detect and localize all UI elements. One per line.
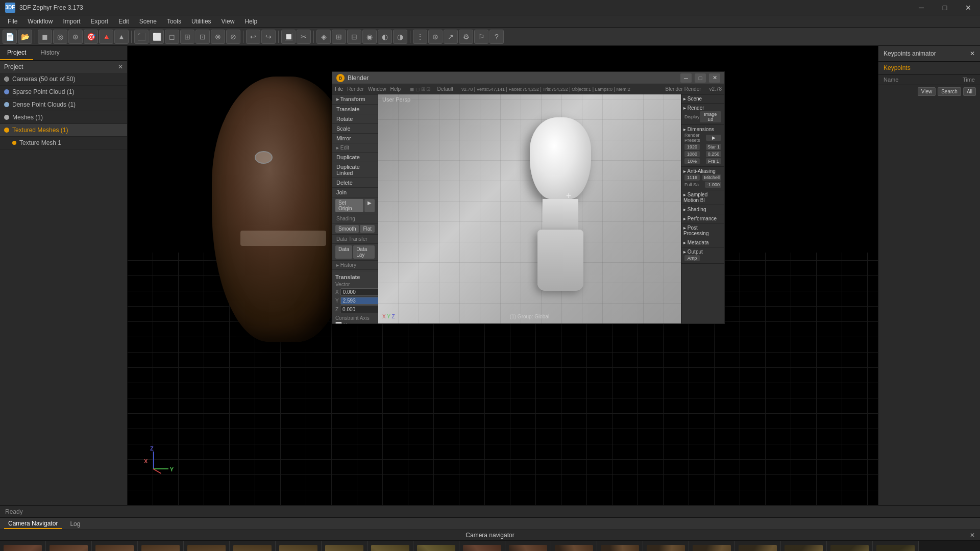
rp-postprocessing-header[interactable]: ▸ Post Processing: [683, 225, 722, 236]
tree-texture-mesh-1[interactable]: Texture Mesh 1: [0, 137, 127, 149]
menu-item-view[interactable]: View: [216, 17, 240, 26]
keypoints-search-btn[interactable]: Search: [938, 87, 961, 96]
panel-close-button[interactable]: ✕: [118, 63, 123, 70]
ctx-set-origin-arrow[interactable]: ▶: [364, 199, 375, 212]
rp-motion-header[interactable]: ▸ Sampled Motion Bl: [683, 192, 722, 203]
view-btn-4[interactable]: ◉: [362, 30, 377, 44]
keypoints-all-btn[interactable]: All: [963, 87, 976, 96]
ctx-set-origin-btn[interactable]: Set Origin: [335, 199, 363, 212]
workflow-btn-4[interactable]: 🎯: [84, 30, 98, 44]
ctx-smooth-btn[interactable]: Smooth: [335, 225, 359, 233]
cx-x-input[interactable]: [335, 322, 342, 323]
view-btn-3[interactable]: ⊟: [347, 30, 361, 44]
cam-thumb-7[interactable]: [276, 541, 322, 551]
menu-item-help[interactable]: Help: [239, 17, 262, 26]
ctx-rotate[interactable]: Rotate: [332, 114, 378, 124]
blender-close[interactable]: ✕: [709, 73, 720, 83]
cam-thumb-2[interactable]: [46, 541, 92, 551]
select-btn-2[interactable]: ✂: [297, 30, 311, 44]
nav-btn-1[interactable]: ↩: [246, 30, 260, 44]
workflow-btn-1[interactable]: ◼: [38, 30, 52, 44]
tool-btn-4[interactable]: ⊞: [180, 30, 194, 44]
cam-thumb-4[interactable]: [138, 541, 184, 551]
ctx-mirror[interactable]: Mirror: [332, 134, 378, 143]
workflow-btn-3[interactable]: ⊕: [68, 30, 83, 44]
menu-item-workflow[interactable]: Workflow: [22, 17, 58, 26]
select-btn-1[interactable]: 🔲: [281, 30, 296, 44]
view-btn-5[interactable]: ◐: [378, 30, 392, 44]
extra-btn-6[interactable]: ?: [489, 30, 504, 44]
rp-aa-header[interactable]: ▸ Anti-Aliasing: [683, 168, 722, 174]
extra-btn-2[interactable]: ⊕: [428, 30, 443, 44]
cam-thumb-3[interactable]: [92, 541, 138, 551]
cam-thumb-19[interactable]: [827, 541, 873, 551]
menu-item-tools[interactable]: Tools: [162, 17, 186, 26]
tree-sparse-cloud[interactable]: Sparse Point Cloud (1): [0, 86, 127, 98]
cam-thumb-9[interactable]: [368, 541, 413, 551]
cam-nav-tab-camera[interactable]: Camera Navigator: [4, 519, 62, 529]
cam-thumb-6[interactable]: [230, 541, 276, 551]
view-btn-6[interactable]: ◑: [393, 30, 407, 44]
workflow-btn-2[interactable]: ◎: [53, 30, 67, 44]
ctx-flat-btn[interactable]: Flat: [360, 225, 375, 233]
extra-btn-5[interactable]: ⚐: [474, 30, 488, 44]
blender-maximize[interactable]: □: [695, 73, 706, 83]
cam-thumb-16[interactable]: [689, 541, 735, 551]
close-button[interactable]: ✕: [957, 0, 980, 15]
tool-btn-6[interactable]: ⊗: [211, 30, 225, 44]
minimize-button[interactable]: ─: [910, 0, 933, 15]
ctx-data-btn[interactable]: Data: [335, 245, 352, 259]
cam-nav-tab-log[interactable]: Log: [66, 519, 84, 529]
ctx-duplicate[interactable]: Duplicate: [332, 153, 378, 162]
menu-item-utilities[interactable]: Utilities: [186, 17, 216, 26]
rp-output-header[interactable]: ▸ Output: [683, 249, 722, 255]
menu-item-edit[interactable]: Edit: [113, 17, 134, 26]
rp-shading2-header[interactable]: ▸ Shading: [683, 207, 722, 212]
ctx-join[interactable]: Join: [332, 188, 378, 197]
new-button[interactable]: 📄: [3, 30, 17, 44]
tool-btn-1[interactable]: ⬛: [134, 30, 149, 44]
menu-item-export[interactable]: Export: [85, 17, 113, 26]
cam-thumb-8[interactable]: [322, 541, 368, 551]
rp-presets-arrow[interactable]: ▶: [706, 135, 721, 141]
cam-nav-close[interactable]: ✕: [970, 532, 975, 539]
tool-btn-5[interactable]: ⊡: [195, 30, 210, 44]
ctx-translate[interactable]: Translate: [332, 105, 378, 114]
extra-btn-1[interactable]: ⋮: [413, 30, 427, 44]
rp-performance-header[interactable]: ▸ Performance: [683, 216, 722, 221]
menu-item-scene[interactable]: Scene: [134, 17, 162, 26]
workflow-btn-6[interactable]: ▲: [114, 30, 129, 44]
tool-btn-7[interactable]: ⊘: [226, 30, 240, 44]
ctx-data-lay-btn[interactable]: Data Lay: [353, 245, 375, 259]
cam-thumb-17[interactable]: [735, 541, 781, 551]
tab-project[interactable]: Project: [0, 46, 33, 60]
cam-thumb-20[interactable]: [873, 541, 919, 551]
ctx-scale[interactable]: Scale: [332, 124, 378, 134]
view-btn-1[interactable]: ◈: [316, 30, 331, 44]
rp-metadata-header[interactable]: ▸ Metadata: [683, 240, 722, 245]
ctx-delete[interactable]: Delete: [332, 178, 378, 188]
rp-dimensions-header[interactable]: ▸ Dimensions: [683, 127, 722, 132]
menu-item-file[interactable]: File: [3, 17, 22, 26]
cam-thumb-18[interactable]: [781, 541, 827, 551]
tree-meshes[interactable]: Meshes (1): [0, 111, 127, 124]
workflow-btn-5[interactable]: 🔺: [99, 30, 113, 44]
menu-item-import[interactable]: Import: [58, 17, 85, 26]
extra-btn-3[interactable]: ↗: [444, 30, 458, 44]
nav-btn-2[interactable]: ↪: [261, 30, 276, 44]
viewport[interactable]: Z Y X B Blender ─ □ ✕: [128, 46, 878, 505]
cam-thumb-5[interactable]: [184, 541, 230, 551]
blender-3d-viewport[interactable]: User Persp +: [378, 94, 681, 323]
rp-render-header[interactable]: ▸ Render: [683, 105, 722, 111]
tab-history[interactable]: History: [33, 46, 66, 60]
cam-thumb-1[interactable]: [0, 541, 46, 551]
tree-textured-meshes[interactable]: Textured Meshes (1): [0, 124, 127, 137]
cam-thumb-10[interactable]: [413, 541, 459, 551]
maximize-button[interactable]: □: [933, 0, 957, 15]
tree-dense-clouds[interactable]: Dense Point Clouds (1): [0, 98, 127, 111]
keypoints-view-btn[interactable]: View: [918, 87, 936, 96]
blender-minimize[interactable]: ─: [680, 73, 692, 83]
ctx-duplicate-linked[interactable]: Duplicate Linked: [332, 162, 378, 178]
cam-thumb-12[interactable]: [505, 541, 551, 551]
cam-thumb-11[interactable]: [459, 541, 505, 551]
